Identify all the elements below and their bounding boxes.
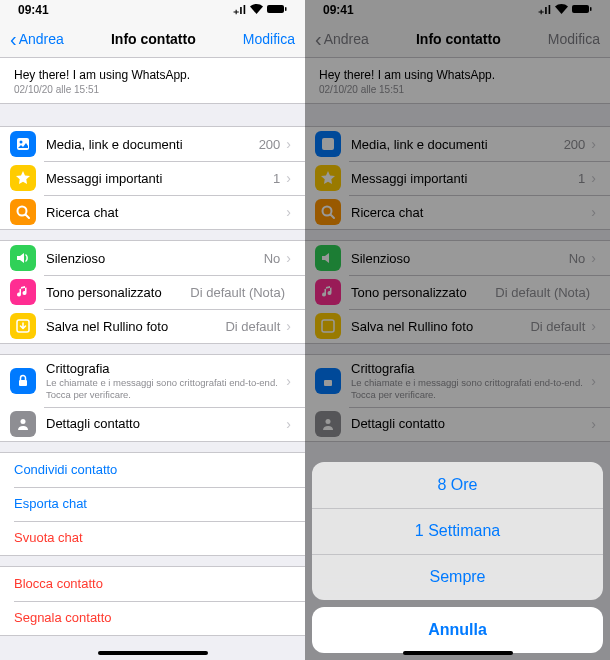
save-icon [10, 313, 36, 339]
row-search: Ricerca chat › [305, 195, 610, 229]
report-contact-button[interactable]: Segnala contatto [0, 601, 305, 635]
svg-rect-14 [322, 320, 334, 332]
group-actions-red: Blocca contatto Segnala contatto [0, 566, 305, 636]
row-value: No [569, 251, 586, 266]
about-section[interactable]: Hey there! I am using WhatsApp. 02/10/20… [0, 58, 305, 104]
status-time: 09:41 [323, 3, 354, 17]
action-sheet-options: 8 Ore 1 Settimana Sempre [312, 462, 603, 600]
chevron-right-icon: › [286, 170, 291, 186]
person-icon [10, 411, 36, 437]
screen-right: 09:41 ₊ıl ‹Andrea Info contatto Modifica… [305, 0, 610, 660]
row-value: Di default [530, 319, 585, 334]
edit-button: Modifica [548, 31, 600, 47]
chevron-right-icon: › [591, 170, 596, 186]
row-starred[interactable]: Messaggi importanti 1 › [0, 161, 305, 195]
row-search[interactable]: Ricerca chat › [0, 195, 305, 229]
save-icon [315, 313, 341, 339]
svg-point-16 [326, 419, 331, 424]
music-icon [10, 279, 36, 305]
group-media: Media, link e documenti 200 › Messaggi i… [0, 126, 305, 230]
row-encryption[interactable]: CrittografiaLe chiamate e i messaggi son… [0, 355, 305, 407]
row-label: Tono personalizzato [46, 285, 190, 300]
row-label: Media, link e documenti [351, 137, 564, 152]
row-tone: Tono personalizzato Di default (Nota) [305, 275, 610, 309]
row-mute: Silenzioso No › [305, 241, 610, 275]
about-text: Hey there! I am using WhatsApp. [14, 68, 291, 82]
row-tone[interactable]: Tono personalizzato Di default (Nota) [0, 275, 305, 309]
media-icon [10, 131, 36, 157]
block-contact-button[interactable]: Blocca contatto [0, 567, 305, 601]
row-media[interactable]: Media, link e documenti 200 › [0, 127, 305, 161]
status-right: ₊ıl [538, 3, 592, 17]
mute-always-button[interactable]: Sempre [312, 554, 603, 600]
edit-button[interactable]: Modifica [243, 31, 295, 47]
about-text: Hey there! I am using WhatsApp. [319, 68, 596, 82]
nav-title: Info contatto [416, 31, 501, 47]
row-label: Tono personalizzato [351, 285, 495, 300]
chevron-right-icon: › [591, 136, 596, 152]
nav-bar: ‹Andrea Info contatto Modifica [305, 20, 610, 58]
speaker-icon [315, 245, 341, 271]
chevron-left-icon: ‹ [315, 29, 322, 49]
row-encryption: CrittografiaLe chiamate e i messaggi son… [305, 355, 610, 407]
row-save-camera: Salva nel Rullino foto Di default › [305, 309, 610, 343]
row-value: 1 [578, 171, 585, 186]
row-label: CrittografiaLe chiamate e i messaggi son… [46, 361, 286, 401]
clear-chat-button[interactable]: Svuota chat [0, 521, 305, 555]
cancel-button[interactable]: Annulla [312, 607, 603, 653]
row-save-camera[interactable]: Salva nel Rullino foto Di default › [0, 309, 305, 343]
signal-icon: ₊ıl [538, 3, 551, 17]
row-value: Di default (Nota) [190, 285, 285, 300]
svg-rect-15 [324, 380, 332, 386]
chevron-right-icon: › [286, 204, 291, 220]
row-label: Dettagli contatto [351, 416, 591, 431]
chevron-right-icon: › [591, 204, 596, 220]
chevron-right-icon: › [591, 373, 596, 389]
row-label: Dettagli contatto [46, 416, 286, 431]
back-label: Andrea [324, 31, 369, 47]
home-indicator[interactable] [403, 651, 513, 655]
export-chat-button[interactable]: Esporta chat [0, 487, 305, 521]
row-contact-details: Dettagli contatto › [305, 407, 610, 441]
music-icon [315, 279, 341, 305]
chevron-right-icon: › [591, 250, 596, 266]
star-icon [315, 165, 341, 191]
group-notifications: Silenzioso No › Tono personalizzato Di d… [0, 240, 305, 344]
svg-line-13 [331, 215, 335, 219]
svg-rect-7 [19, 380, 27, 386]
status-time: 09:41 [18, 3, 49, 17]
row-sublabel: Le chiamate e i messaggi sono crittograf… [46, 377, 286, 401]
row-mute[interactable]: Silenzioso No › [0, 241, 305, 275]
group-notifications: Silenzioso No › Tono personalizzato Di d… [305, 240, 610, 344]
svg-point-3 [20, 141, 23, 144]
home-indicator[interactable] [98, 651, 208, 655]
person-icon [315, 411, 341, 437]
row-label: Messaggi importanti [46, 171, 273, 186]
media-icon [315, 131, 341, 157]
chevron-right-icon: › [286, 373, 291, 389]
row-label: Salva nel Rullino foto [351, 319, 530, 334]
battery-icon [572, 3, 592, 17]
row-label: Silenzioso [46, 251, 264, 266]
row-media: Media, link e documenti 200 › [305, 127, 610, 161]
mute-8h-button[interactable]: 8 Ore [312, 462, 603, 508]
row-label: Messaggi importanti [351, 171, 578, 186]
back-button[interactable]: ‹Andrea [10, 29, 64, 49]
row-starred: Messaggi importanti 1 › [305, 161, 610, 195]
search-icon [10, 199, 36, 225]
speaker-icon [10, 245, 36, 271]
row-value: 200 [564, 137, 586, 152]
svg-rect-1 [285, 7, 287, 11]
back-label: Andrea [19, 31, 64, 47]
row-label: CrittografiaLe chiamate e i messaggi son… [351, 361, 591, 401]
row-contact-details[interactable]: Dettagli contatto › [0, 407, 305, 441]
wifi-icon [250, 3, 263, 17]
row-label: Salva nel Rullino foto [46, 319, 225, 334]
mute-1w-button[interactable]: 1 Settimana [312, 508, 603, 554]
group-media: Media, link e documenti 200 › Messaggi i… [305, 126, 610, 230]
chevron-left-icon: ‹ [10, 29, 17, 49]
row-value: Di default (Nota) [495, 285, 590, 300]
share-contact-button[interactable]: Condividi contatto [0, 453, 305, 487]
nav-title: Info contatto [111, 31, 196, 47]
svg-rect-11 [322, 138, 334, 150]
